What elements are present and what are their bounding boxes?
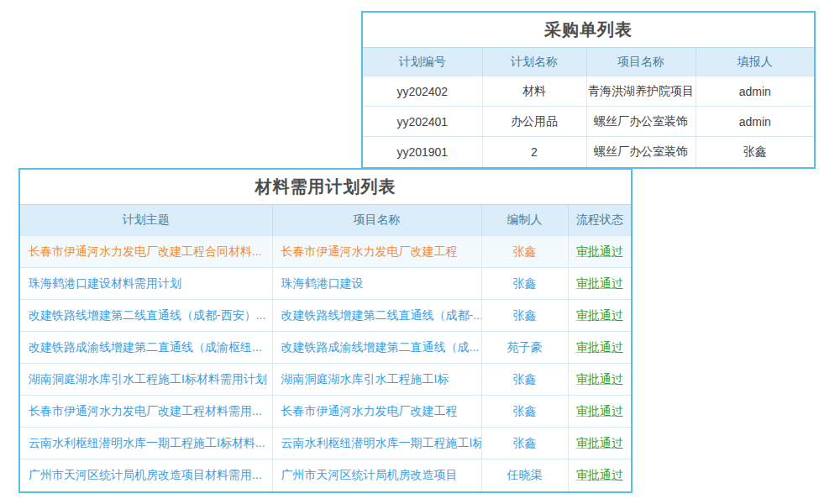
cell-author: 张鑫 (481, 396, 568, 428)
cell-project-name[interactable]: 改建铁路线增建第二线直通线（成都-... (272, 300, 481, 332)
plan-subject-link[interactable]: 云南水利枢纽潜明水库一期工程施工I标材料... (29, 436, 265, 449)
table-row[interactable]: 长春市伊通河水力发电厂改建工程材料需用... 长春市伊通河水力发电厂改建工程 张… (20, 396, 631, 428)
status-link[interactable]: 审批通过 (576, 404, 623, 417)
author-name: 苑子豪 (507, 340, 543, 354)
project-name-link[interactable]: 长春市伊通河水力发电厂改建工程 (281, 244, 458, 258)
cell-project-name[interactable]: 改建铁路成渝线增建第二直通线（成... (272, 332, 481, 364)
author-name: 张鑫 (513, 308, 537, 322)
column-header-plan-name: 计划名称 (482, 48, 586, 76)
cell-author: 张鑫 (481, 236, 568, 268)
author-name: 张鑫 (513, 244, 537, 258)
cell-author: 任晓渠 (481, 459, 568, 491)
cell-status[interactable]: 审批通过 (568, 236, 631, 268)
cell-project-name[interactable]: 广州市天河区统计局机房改造项目 (272, 459, 481, 491)
table-row[interactable]: 广州市天河区统计局机房改造项目材料需用... 广州市天河区统计局机房改造项目 任… (20, 459, 631, 491)
cell-project-name[interactable]: 珠海鹤港口建设 (272, 268, 481, 300)
table-row[interactable]: 云南水利枢纽潜明水库一期工程施工I标材料... 云南水利枢纽潜明水库一期工程施工… (20, 428, 631, 459)
column-header-author: 编制人 (481, 205, 568, 236)
table-row[interactable]: yy202402 材料 青海洪湖养护院项目 admin (363, 76, 814, 107)
purchase-list-title: 采购单列表 (363, 13, 814, 47)
plan-subject-link[interactable]: 湖南洞庭湖水库引水工程施工I标材料需用计划 (29, 372, 267, 386)
cell-author: 苑子豪 (481, 332, 568, 364)
cell-author: 张鑫 (481, 428, 568, 459)
cell-plan-subject[interactable]: 广州市天河区统计局机房改造项目材料需用... (20, 459, 272, 491)
table-row[interactable]: 长春市伊通河水力发电厂改建工程合同材料... 长春市伊通河水力发电厂改建工程 张… (20, 236, 631, 268)
cell-project-name: 螺丝厂办公室装饰 (586, 107, 696, 137)
cell-status[interactable]: 审批通过 (568, 428, 631, 459)
cell-plan-subject[interactable]: 珠海鹤港口建设材料需用计划 (20, 268, 272, 300)
table-row[interactable]: yy201901 2 螺丝厂办公室装饰 张鑫 (363, 137, 814, 167)
cell-plan-subject[interactable]: 湖南洞庭湖水库引水工程施工I标材料需用计划 (20, 364, 272, 396)
cell-plan-no: yy202401 (363, 107, 482, 137)
column-header-project-name: 项目名称 (586, 48, 696, 76)
cell-plan-subject[interactable]: 改建铁路线增建第二线直通线（成都-西安）... (20, 300, 272, 332)
author-name: 张鑫 (513, 436, 537, 449)
column-header-plan-subject: 计划主题 (20, 205, 272, 236)
cell-plan-subject[interactable]: 改建铁路成渝线增建第二直通线（成渝枢纽... (20, 332, 272, 364)
project-name-link[interactable]: 广州市天河区统计局机房改造项目 (281, 468, 458, 481)
project-name-link[interactable]: 改建铁路成渝线增建第二直通线（成... (281, 340, 480, 354)
cell-plan-name: 2 (482, 137, 586, 167)
project-name-link[interactable]: 云南水利枢纽潜明水库一期工程施工I标 (281, 436, 482, 449)
cell-project-name: 青海洪湖养护院项目 (586, 76, 696, 107)
column-header-plan-no: 计划编号 (363, 48, 482, 76)
cell-project-name: 螺丝厂办公室装饰 (586, 137, 696, 167)
cell-project-name[interactable]: 云南水利枢纽潜明水库一期工程施工I标 (272, 428, 481, 459)
plan-subject-link[interactable]: 长春市伊通河水力发电厂改建工程材料需用... (29, 404, 262, 417)
table-row[interactable]: 珠海鹤港口建设材料需用计划 珠海鹤港口建设 张鑫 审批通过 (20, 268, 631, 300)
author-name: 任晓渠 (507, 468, 543, 481)
cell-plan-name: 办公用品 (482, 107, 586, 137)
cell-project-name[interactable]: 长春市伊通河水力发电厂改建工程 (272, 236, 481, 268)
cell-status[interactable]: 审批通过 (568, 459, 631, 491)
status-link[interactable]: 审批通过 (576, 436, 623, 449)
cell-filler: admin (696, 107, 814, 137)
column-header-project-name: 项目名称 (272, 205, 481, 236)
author-name: 张鑫 (513, 372, 537, 386)
material-plan-table: 计划主题 项目名称 编制人 流程状态 长春市伊通河水力发电厂改建工程合同材料..… (20, 204, 631, 491)
cell-plan-no: yy202402 (363, 76, 482, 107)
column-header-status: 流程状态 (568, 205, 631, 236)
cell-author: 张鑫 (481, 268, 568, 300)
cell-plan-name: 材料 (482, 76, 586, 107)
project-name-link[interactable]: 湖南洞庭湖水库引水工程施工I标 (281, 372, 449, 386)
status-link[interactable]: 审批通过 (576, 308, 623, 322)
plan-subject-link[interactable]: 改建铁路成渝线增建第二直通线（成渝枢纽... (29, 340, 262, 354)
cell-status[interactable]: 审批通过 (568, 268, 631, 300)
cell-status[interactable]: 审批通过 (568, 364, 631, 396)
status-link[interactable]: 审批通过 (576, 340, 623, 354)
table-row[interactable]: 改建铁路线增建第二线直通线（成都-西安）... 改建铁路线增建第二线直通线（成都… (20, 300, 631, 332)
status-link[interactable]: 审批通过 (576, 372, 623, 386)
table-row[interactable]: 改建铁路成渝线增建第二直通线（成渝枢纽... 改建铁路成渝线增建第二直通线（成.… (20, 332, 631, 364)
material-header-row: 计划主题 项目名称 编制人 流程状态 (20, 205, 631, 236)
project-name-link[interactable]: 改建铁路线增建第二线直通线（成都-... (281, 308, 482, 322)
status-link[interactable]: 审批通过 (576, 468, 623, 481)
status-link[interactable]: 审批通过 (576, 244, 623, 258)
material-plan-title: 材料需用计划列表 (20, 170, 631, 204)
project-name-link[interactable]: 长春市伊通河水力发电厂改建工程 (281, 404, 458, 417)
cell-status[interactable]: 审批通过 (568, 396, 631, 428)
cell-status[interactable]: 审批通过 (568, 332, 631, 364)
table-row[interactable]: yy202401 办公用品 螺丝厂办公室装饰 admin (363, 107, 814, 137)
project-name-link[interactable]: 珠海鹤港口建设 (281, 276, 364, 290)
table-row[interactable]: 湖南洞庭湖水库引水工程施工I标材料需用计划 湖南洞庭湖水库引水工程施工I标 张鑫… (20, 364, 631, 396)
cell-plan-subject[interactable]: 长春市伊通河水力发电厂改建工程材料需用... (20, 396, 272, 428)
purchase-list-table: 计划编号 计划名称 项目名称 填报人 yy202402 材料 青海洪湖养护院项目… (363, 47, 814, 167)
cell-status[interactable]: 审批通过 (568, 300, 631, 332)
status-link[interactable]: 审批通过 (576, 276, 623, 290)
cell-plan-subject[interactable]: 长春市伊通河水力发电厂改建工程合同材料... (20, 236, 272, 268)
column-header-filler: 填报人 (696, 48, 814, 76)
material-plan-panel: 材料需用计划列表 计划主题 项目名称 编制人 流程状态 长春市伊通河水力发电厂改… (18, 168, 633, 493)
cell-project-name[interactable]: 湖南洞庭湖水库引水工程施工I标 (272, 364, 481, 396)
plan-subject-link[interactable]: 珠海鹤港口建设材料需用计划 (29, 276, 181, 290)
cell-author: 张鑫 (481, 300, 568, 332)
cell-plan-subject[interactable]: 云南水利枢纽潜明水库一期工程施工I标材料... (20, 428, 272, 459)
cell-project-name[interactable]: 长春市伊通河水力发电厂改建工程 (272, 396, 481, 428)
cell-author: 张鑫 (481, 364, 568, 396)
cell-filler: admin (696, 76, 814, 107)
plan-subject-link[interactable]: 广州市天河区统计局机房改造项目材料需用... (29, 468, 262, 481)
plan-subject-link[interactable]: 长春市伊通河水力发电厂改建工程合同材料... (29, 244, 262, 258)
cell-plan-no: yy201901 (363, 137, 482, 167)
purchase-header-row: 计划编号 计划名称 项目名称 填报人 (363, 48, 814, 76)
plan-subject-link[interactable]: 改建铁路线增建第二线直通线（成都-西安）... (29, 308, 265, 322)
purchase-list-panel: 采购单列表 计划编号 计划名称 项目名称 填报人 yy202402 材料 青海洪… (361, 11, 816, 169)
